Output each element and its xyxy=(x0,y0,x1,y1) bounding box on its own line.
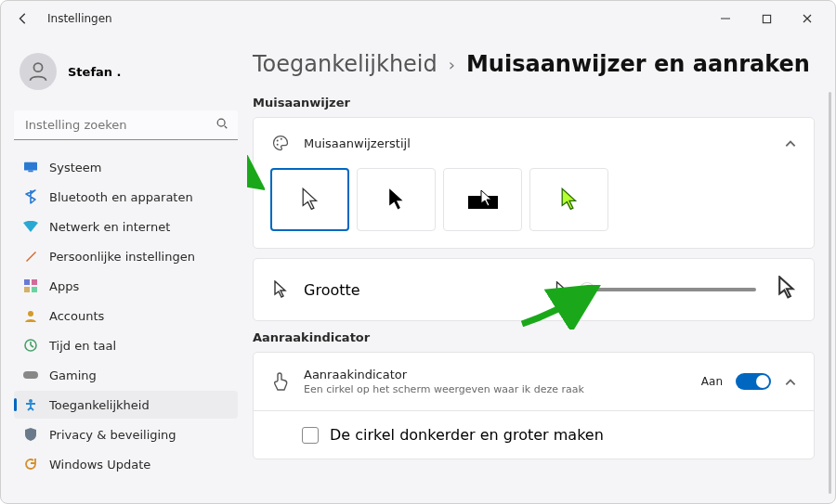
nav-bluetooth[interactable]: Bluetooth en apparaten xyxy=(14,183,238,211)
system-icon xyxy=(23,160,38,174)
card-pointer-style: Muisaanwijzerstijl xyxy=(253,117,815,249)
apps-icon xyxy=(23,278,38,293)
profile-name: Stefan . xyxy=(68,65,122,79)
chevron-right-icon: › xyxy=(449,55,455,74)
pointer-style-white[interactable] xyxy=(270,168,349,231)
avatar xyxy=(20,53,57,90)
nav-label: Accounts xyxy=(49,309,104,323)
svg-point-15 xyxy=(277,144,279,146)
nav-label: Windows Update xyxy=(49,458,150,472)
svg-rect-8 xyxy=(32,287,37,292)
gaming-icon xyxy=(23,368,38,382)
nav-apps[interactable]: Apps xyxy=(14,272,238,300)
svg-rect-5 xyxy=(24,279,30,285)
cursor-small-icon xyxy=(555,281,567,299)
sidebar: Stefan . Systeem Bluetooth en apparaten xyxy=(1,36,247,503)
nav-label: Netwerk en internet xyxy=(49,220,170,234)
breadcrumb-current: Muisaanwijzer en aanraken xyxy=(466,51,810,77)
section-touch-indicator: Aanraakindicator xyxy=(253,330,815,344)
checkbox-darker-larger[interactable] xyxy=(302,427,319,444)
profile-block[interactable]: Stefan . xyxy=(14,44,238,110)
accessibility-icon xyxy=(23,397,38,412)
chevron-up-icon xyxy=(784,375,797,388)
breadcrumb: Toegankelijkheid › Muisaanwijzer en aanr… xyxy=(253,45,815,92)
nav-windows-update[interactable]: Windows Update xyxy=(14,450,238,478)
privacy-icon xyxy=(23,427,38,442)
pointer-style-black[interactable] xyxy=(357,168,436,231)
back-button[interactable] xyxy=(14,9,33,28)
minimize-button[interactable] xyxy=(705,6,746,32)
close-button[interactable] xyxy=(787,6,828,32)
svg-point-1 xyxy=(33,63,42,71)
touch-indicator-label: Aanraakindicator xyxy=(304,368,688,381)
pointer-style-label: Muisaanwijzerstijl xyxy=(304,136,771,150)
svg-point-12 xyxy=(29,399,33,403)
network-icon xyxy=(23,219,38,234)
nav-label: Persoonlijke instellingen xyxy=(49,250,195,264)
pointer-style-header[interactable]: Muisaanwijzerstijl xyxy=(254,118,814,168)
nav-system[interactable]: Systeem xyxy=(14,153,238,181)
scrollbar[interactable] xyxy=(829,92,831,494)
pointer-style-options xyxy=(254,168,814,248)
nav-label: Apps xyxy=(49,279,79,293)
pointer-style-inverted[interactable] xyxy=(443,168,522,231)
search-input[interactable] xyxy=(23,117,216,133)
pointer-size-slider[interactable] xyxy=(587,288,756,291)
nav-label: Privacy & beveiliging xyxy=(49,428,176,442)
cursor-large-icon xyxy=(777,276,797,304)
svg-point-13 xyxy=(277,140,279,142)
nav-gaming[interactable]: Gaming xyxy=(14,361,238,389)
cursor-icon xyxy=(270,279,291,300)
nav-accessibility[interactable]: Toegankelijkheid xyxy=(14,391,238,419)
nav-list: Systeem Bluetooth en apparaten Netwerk e… xyxy=(14,153,238,478)
bluetooth-icon xyxy=(23,189,38,204)
nav-privacy[interactable]: Privacy & beveiliging xyxy=(14,420,238,448)
pointer-size-label: Grootte xyxy=(304,281,360,299)
app-title: Instellingen xyxy=(47,12,112,25)
nav-time-language[interactable]: Tijd en taal xyxy=(14,331,238,359)
main-content: Toegankelijkheid › Muisaanwijzer en aanr… xyxy=(247,36,835,503)
search-box[interactable] xyxy=(14,110,238,140)
svg-rect-11 xyxy=(23,371,38,379)
maximize-button[interactable] xyxy=(746,6,787,32)
personalization-icon xyxy=(23,249,38,264)
toggle-state-text: Aan xyxy=(701,375,723,388)
nav-personalization[interactable]: Persoonlijke instellingen xyxy=(14,242,238,270)
breadcrumb-parent[interactable]: Toegankelijkheid xyxy=(253,51,438,77)
settings-window: Instellingen Stefan . xyxy=(0,0,836,504)
palette-icon xyxy=(270,133,291,153)
nav-label: Bluetooth en apparaten xyxy=(49,190,193,204)
nav-network[interactable]: Netwerk en internet xyxy=(14,213,238,240)
touch-indicator-header[interactable]: Aanraakindicator Een cirkel op het scher… xyxy=(254,353,814,410)
touch-indicator-sub-option[interactable]: De cirkel donkerder en groter maken xyxy=(254,410,814,459)
titlebar: Instellingen xyxy=(1,1,835,36)
checkbox-label: De cirkel donkerder en groter maken xyxy=(330,426,604,444)
svg-point-9 xyxy=(28,311,33,317)
card-pointer-size: Grootte xyxy=(253,258,815,321)
windows-update-icon xyxy=(23,457,38,472)
pointer-style-custom-color[interactable] xyxy=(529,168,608,231)
slider-thumb[interactable] xyxy=(581,283,594,296)
search-icon xyxy=(216,116,229,134)
svg-point-2 xyxy=(217,119,225,126)
touch-icon xyxy=(270,371,291,392)
touch-indicator-toggle[interactable] xyxy=(736,373,771,390)
chevron-up-icon xyxy=(784,136,797,149)
svg-rect-3 xyxy=(24,162,37,171)
svg-rect-7 xyxy=(24,287,30,292)
touch-indicator-desc: Een cirkel op het scherm weergeven waar … xyxy=(304,383,688,395)
nav-accounts[interactable]: Accounts xyxy=(14,302,238,330)
nav-label: Tijd en taal xyxy=(49,339,116,353)
time-language-icon xyxy=(23,338,38,353)
section-mouse-pointer: Muisaanwijzer xyxy=(253,96,815,110)
svg-rect-0 xyxy=(763,15,770,22)
card-touch-indicator: Aanraakindicator Een cirkel op het scher… xyxy=(253,352,815,459)
svg-rect-6 xyxy=(32,279,37,285)
nav-label: Gaming xyxy=(49,368,97,382)
svg-rect-4 xyxy=(28,171,33,173)
svg-point-14 xyxy=(281,138,282,140)
nav-label: Toegankelijkheid xyxy=(49,398,150,412)
accounts-icon xyxy=(23,308,38,323)
nav-label: Systeem xyxy=(49,161,101,174)
